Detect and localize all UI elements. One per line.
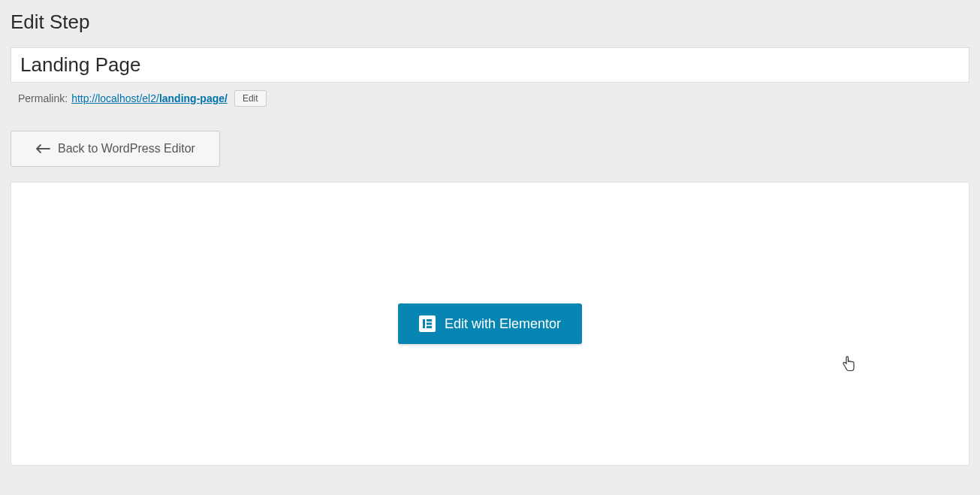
svg-rect-0 (423, 319, 425, 328)
permalink-edit-button[interactable]: Edit (234, 90, 267, 107)
post-title-input[interactable] (11, 47, 969, 83)
permalink-label: Permalink: (18, 92, 68, 104)
arrow-left-icon (35, 143, 50, 154)
svg-rect-1 (427, 319, 432, 321)
svg-rect-3 (427, 326, 432, 328)
editor-area: Edit with Elementor (11, 182, 969, 466)
page-title: Edit Step (11, 11, 969, 34)
permalink-slug: landing-page/ (159, 92, 228, 104)
permalink-link[interactable]: http://localhost/el2/landing-page/ (71, 92, 228, 104)
permalink-base: http://localhost/el2/ (71, 92, 159, 104)
edit-with-elementor-button[interactable]: Edit with Elementor (398, 303, 582, 344)
elementor-button-label: Edit with Elementor (445, 316, 561, 332)
back-button-label: Back to WordPress Editor (58, 142, 195, 155)
svg-rect-2 (427, 323, 432, 325)
permalink-row: Permalink: http://localhost/el2/landing-… (11, 90, 969, 107)
back-to-wordpress-button[interactable]: Back to WordPress Editor (11, 131, 220, 167)
elementor-icon (419, 315, 436, 332)
